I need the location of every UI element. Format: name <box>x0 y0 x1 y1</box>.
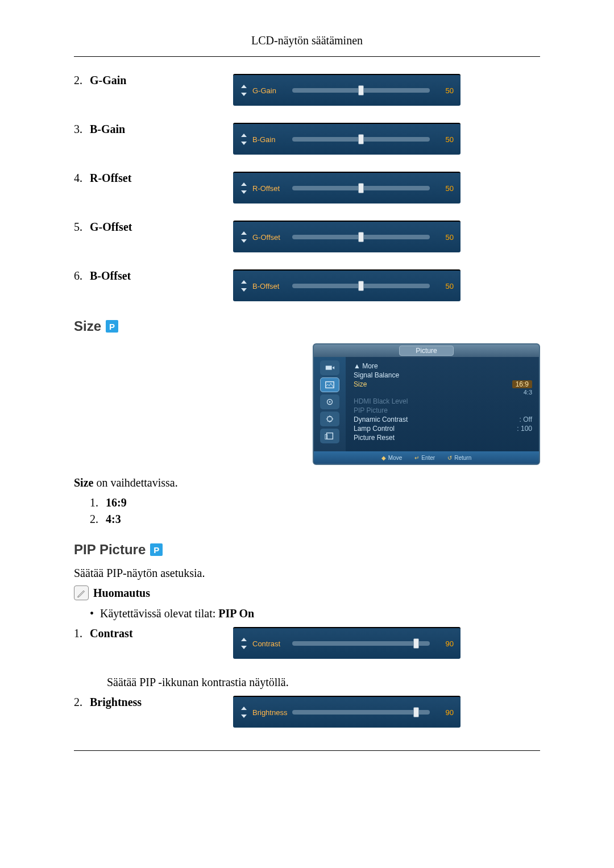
slider-thumb[interactable] <box>358 85 364 95</box>
slider-thumb[interactable] <box>358 232 364 242</box>
osd-slider: G-Offset 50 <box>233 221 460 252</box>
slider-value: 90 <box>434 639 454 648</box>
p-badge-icon: P <box>106 320 118 333</box>
setting-row: 1.Contrast Contrast 90 <box>74 627 540 659</box>
slider-value: 50 <box>434 184 454 193</box>
slider-arrows-icon <box>240 638 248 649</box>
slider-arrows-icon <box>240 707 248 718</box>
setting-label: 1.Contrast <box>74 627 233 640</box>
slider-thumb[interactable] <box>358 183 364 193</box>
setting-label: 2.Brightness <box>74 696 233 709</box>
slider-thumb[interactable] <box>358 134 364 144</box>
slider-track[interactable] <box>292 710 430 715</box>
slider-container: G-Offset 50 <box>233 221 460 252</box>
setting-row: 5.G-Offset G-Offset 50 <box>74 221 540 252</box>
osd-slider: Contrast 90 <box>233 627 460 659</box>
osd-slider: B-Gain 50 <box>233 123 460 155</box>
osd-menu-item[interactable]: PIP Picture <box>354 406 532 415</box>
slider-container: B-Gain 50 <box>233 123 460 155</box>
osd-slider: R-Offset 50 <box>233 172 460 203</box>
slider-track[interactable] <box>292 235 430 239</box>
pip-bullet-text-a: Käytettävissä olevat tilat: <box>100 607 218 620</box>
setting-label: 2.G-Gain <box>74 74 233 87</box>
setting-label: 3.B-Gain <box>74 123 233 136</box>
slider-label: Contrast <box>252 639 292 648</box>
setting-label: 6.B-Offset <box>74 269 233 283</box>
slider-thumb[interactable] <box>358 281 364 291</box>
osd-footer: ◆Move ↵Enter ↺Return <box>314 451 539 464</box>
slider-arrows-icon <box>240 280 248 292</box>
slider-container: R-Offset 50 <box>233 172 460 203</box>
osd-slider: G-Gain 50 <box>233 74 460 106</box>
osd-picture-menu: Picture ▲ MoreSignal BalanceSize16:94:3H… <box>313 343 540 465</box>
slider-container: Brightness 90 <box>233 696 460 728</box>
side-icon-picture <box>320 377 339 392</box>
slider-label: B-Gain <box>252 135 292 144</box>
slider-label: R-Offset <box>252 184 292 193</box>
side-icon-input <box>320 360 339 375</box>
slider-container: Contrast 90 <box>233 627 460 659</box>
osd-menu-item[interactable]: Picture Reset <box>354 433 532 442</box>
page-header-text: LCD-näytön säätäminen <box>251 34 363 47</box>
list-item: 1.16:9 <box>74 496 540 509</box>
setting-after-text: Säätää PIP -ikkunan kontrastia näytöllä. <box>107 676 540 689</box>
setting-label: 4.R-Offset <box>74 172 233 185</box>
side-icon-multi <box>320 429 339 443</box>
slider-track[interactable] <box>292 641 430 646</box>
slider-label: G-Offset <box>252 233 292 242</box>
slider-arrows-icon <box>240 85 248 96</box>
setting-row: 2.Brightness Brightness 90 <box>74 696 540 728</box>
footer-return: Return <box>454 455 471 461</box>
slider-thumb[interactable] <box>413 638 419 649</box>
slider-arrows-icon <box>240 231 248 243</box>
note-row: Huomautus <box>74 585 540 600</box>
size-desc-bold: Size <box>74 476 93 489</box>
osd-title-bar: Picture <box>314 344 539 357</box>
setting-row: 3.B-Gain B-Gain 50 <box>74 123 540 155</box>
osd-menu-list: ▲ MoreSignal BalanceSize16:94:3HDMI Blac… <box>346 357 539 451</box>
slider-track[interactable] <box>292 88 430 93</box>
slider-value: 50 <box>434 135 454 144</box>
page-footer-rule <box>74 750 540 751</box>
footer-move: Move <box>388 455 402 461</box>
osd-menu-title: Picture <box>399 346 453 356</box>
slider-track[interactable] <box>292 137 430 142</box>
osd-slider: B-Offset 50 <box>233 269 460 301</box>
osd-menu-item[interactable]: Lamp Control: 100 <box>354 424 532 433</box>
slider-label: B-Offset <box>252 282 292 290</box>
pip-bullet-text-b: PIP On <box>218 607 254 620</box>
pip-bullet: • Käytettävissä olevat tilat: PIP On <box>74 607 540 620</box>
osd-menu-item[interactable]: Dynamic Contrast: Off <box>354 415 532 424</box>
setting-label: 5.G-Offset <box>74 221 233 234</box>
pip-title-text: PIP Picture <box>74 542 146 558</box>
size-desc-rest: on vaihdettavissa. <box>93 476 177 489</box>
slider-track[interactable] <box>292 186 430 190</box>
slider-container: B-Offset 50 <box>233 269 460 301</box>
setting-row: 2.G-Gain G-Gain 50 <box>74 74 540 106</box>
slider-track[interactable] <box>292 284 430 288</box>
size-desc: Size on vaihdettavissa. <box>74 476 540 489</box>
osd-slider: Brightness 90 <box>233 696 460 728</box>
setting-row: 6.B-Offset B-Offset 50 <box>74 269 540 301</box>
slider-thumb[interactable] <box>413 707 419 717</box>
svg-rect-5 <box>327 433 333 439</box>
note-label: Huomautus <box>93 587 150 600</box>
size-title-text: Size <box>74 318 101 334</box>
note-icon <box>74 585 89 600</box>
slider-arrows-icon <box>240 182 248 194</box>
side-icon-setup <box>320 412 339 426</box>
osd-menu-item[interactable]: ▲ More <box>354 362 532 371</box>
osd-menu-item[interactable]: HDMI Black Level <box>354 397 532 406</box>
setting-row: 4.R-Offset R-Offset 50 <box>74 172 540 203</box>
list-item: 2.4:3 <box>74 513 540 526</box>
footer-enter: Enter <box>421 455 435 461</box>
svg-rect-0 <box>326 366 332 369</box>
pip-desc: Säätää PIP-näytön asetuksia. <box>74 567 540 580</box>
slider-container: G-Gain 50 <box>233 74 460 106</box>
osd-menu-item[interactable]: Size16:94:3 <box>354 380 532 397</box>
slider-value: 50 <box>434 86 454 95</box>
slider-value: 50 <box>434 282 454 290</box>
side-icon-sound <box>320 394 339 409</box>
svg-point-3 <box>329 401 331 403</box>
osd-menu-item[interactable]: Signal Balance <box>354 371 532 380</box>
